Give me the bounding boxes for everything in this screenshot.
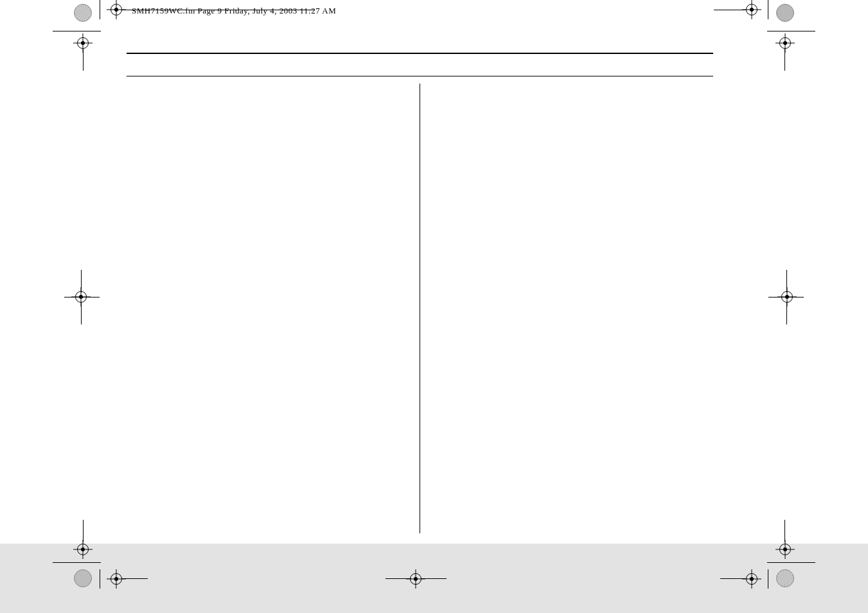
crop-line [768,569,768,589]
crop-line [64,297,100,298]
crop-line [784,520,785,542]
crop-line [100,569,100,589]
crop-line [421,578,447,579]
crop-line [122,10,315,10]
crop-line [122,578,148,579]
crop-line [767,562,815,563]
crop-line [53,562,101,563]
register-mark-icon [746,4,757,15]
register-mark-icon [77,37,89,49]
register-mark-icon [111,573,122,585]
register-mark-icon [111,4,122,15]
register-mark-icon [410,573,421,585]
frame-rule-top-thin [127,76,713,76]
color-target-disc [776,569,794,587]
crop-line [768,297,804,298]
document-header-text: SMH7159WC.fm Page 9 Friday, July 4, 2003… [132,6,336,16]
register-mark-icon [779,544,791,555]
color-target-disc [74,569,92,587]
frame-rule-top-thick [127,53,713,54]
color-target-disc [74,4,92,22]
frame-rule-center [420,84,420,533]
crop-line [767,31,815,31]
register-mark-icon [746,573,757,585]
crop-line [784,48,785,71]
color-target-disc [776,4,794,22]
crop-line [714,10,746,10]
crop-line [786,302,787,324]
register-mark-icon [77,544,89,555]
register-mark-icon [779,37,791,49]
crop-line [100,0,100,19]
crop-line [81,302,82,324]
crop-line [83,48,84,71]
crop-line [768,0,768,19]
crop-line [83,520,84,542]
crop-line [53,31,101,31]
